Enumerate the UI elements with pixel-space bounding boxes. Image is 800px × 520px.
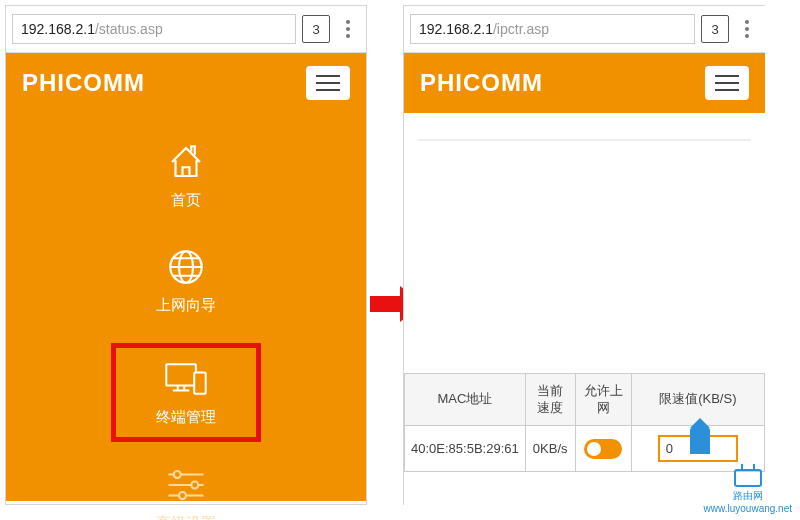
svg-rect-3 [194, 372, 206, 393]
main-menu: 首页 上网向导 终端管理 [6, 113, 366, 501]
app-header: PHICOMM [6, 53, 366, 113]
url-input[interactable]: 192.168.2.1/ipctr.asp [410, 14, 695, 44]
brand-logo: PHICOMM [420, 69, 543, 97]
tab-count-value: 3 [312, 22, 319, 37]
url-path: /ipctr.asp [493, 21, 549, 37]
col-mac-header: MAC地址 [405, 374, 526, 426]
device-table: MAC地址 当前速度 允许上网 限速值(KB/S) 40:0E:85:5B:29… [404, 373, 765, 472]
browser-urlbar: 192.168.2.1/status.asp 3 [6, 6, 366, 53]
menu-item-advanced[interactable]: 高级设置 [121, 456, 251, 520]
url-path: /status.asp [95, 21, 163, 37]
menu-toggle-button[interactable] [306, 66, 350, 100]
watermark-url: www.luyouwang.net [704, 503, 792, 514]
col-speed-header: 当前速度 [525, 374, 575, 426]
col-allow-header: 允许上网 [575, 374, 631, 426]
callout-pointer-icon [690, 428, 716, 454]
menu-item-wizard[interactable]: 上网向导 [121, 238, 251, 321]
brand-logo: PHICOMM [22, 69, 145, 97]
svg-point-5 [191, 482, 198, 489]
menu-label: 高级设置 [121, 514, 251, 520]
table-header-row: MAC地址 当前速度 允许上网 限速值(KB/S) [405, 374, 765, 426]
menu-label: 上网向导 [121, 296, 251, 315]
devices-icon [163, 356, 209, 402]
svg-rect-2 [166, 364, 196, 385]
svg-point-4 [174, 471, 181, 478]
phone-screenshot-left: 192.168.2.1/status.asp 3 PHICOMM 首页 [5, 5, 367, 505]
divider [418, 139, 751, 141]
globe-icon [163, 244, 209, 290]
url-input[interactable]: 192.168.2.1/status.asp [12, 14, 296, 44]
svg-point-6 [179, 492, 186, 499]
cell-mac: 40:0E:85:5B:29:61 [405, 426, 526, 472]
router-icon [734, 469, 762, 487]
url-host: 192.168.2.1 [419, 21, 493, 37]
allow-toggle[interactable] [584, 439, 622, 459]
menu-item-terminal-mgmt[interactable]: 终端管理 [111, 343, 261, 442]
browser-menu-icon[interactable] [735, 15, 759, 43]
tab-count-value: 3 [711, 22, 718, 37]
home-icon [163, 139, 209, 185]
app-header: PHICOMM [404, 53, 765, 113]
browser-urlbar: 192.168.2.1/ipctr.asp 3 [404, 6, 765, 53]
menu-label: 终端管理 [116, 408, 256, 427]
sliders-icon [163, 462, 209, 508]
url-host: 192.168.2.1 [21, 21, 95, 37]
menu-item-home[interactable]: 首页 [121, 133, 251, 216]
menu-toggle-button[interactable] [705, 66, 749, 100]
browser-menu-icon[interactable] [336, 15, 360, 43]
menu-label: 首页 [121, 191, 251, 210]
watermark-label: 路由网 [704, 489, 792, 503]
cell-speed: 0KB/s [525, 426, 575, 472]
tab-count-button[interactable]: 3 [302, 15, 330, 43]
cell-allow [575, 426, 631, 472]
watermark: 路由网 www.luyouwang.net [704, 469, 792, 514]
tab-count-button[interactable]: 3 [701, 15, 729, 43]
